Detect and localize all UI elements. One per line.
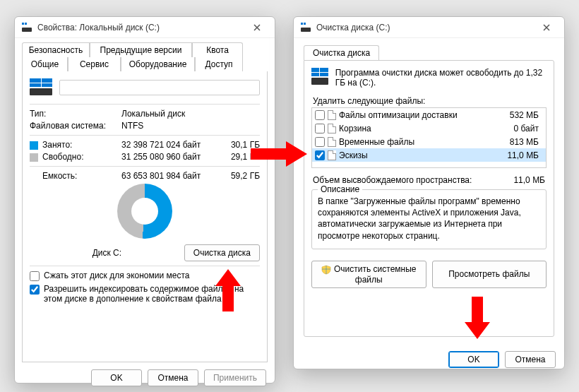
ok-button[interactable]: OK [448,351,499,368]
used-bytes: 32 398 721 024 байт [121,140,217,150]
tab-access[interactable]: Доступ [195,57,243,71]
view-files-button[interactable]: Просмотреть файлы [432,261,547,288]
file-size: 532 МБ [501,110,543,120]
delete-files-label: Удалить следующие файлы: [313,96,547,106]
fs-value: NTFS [121,121,260,131]
page-icon [328,110,336,120]
file-size: 0 байт [501,124,543,133]
tab-equipment[interactable]: Оборудование [121,57,195,71]
free-space-value: 11,0 МБ [513,175,545,185]
tab-general[interactable]: Общие [22,57,68,71]
cleanup-icon [301,23,311,32]
file-checkbox[interactable] [315,137,325,147]
file-list[interactable]: Файлы оптимизации доставки532 МБКорзина0… [311,107,547,168]
fs-label: Файловая система: [30,121,121,131]
drive-icon [22,23,32,32]
tab-quota[interactable]: Квота [192,42,243,57]
window-title: Свойства: Локальный диск (C:) [37,23,246,32]
big-drive-icon [30,78,52,97]
titlebar[interactable]: Очистка диска (C:) [294,17,564,38]
file-name: Корзина [339,124,498,133]
clean-system-files-button[interactable]: Очистить системные файлы [311,261,426,288]
type-label: Тип: [30,109,121,119]
capacity-human: 59,2 ГБ [217,171,260,181]
capacity-bytes: 63 653 801 984 байт [121,171,217,181]
properties-dialog: Свойства: Локальный диск (C:) Безопаснос… [14,16,275,384]
close-button[interactable] [246,19,268,36]
page-icon [328,124,336,133]
page-icon [328,137,336,147]
tab-prev-versions[interactable]: Предыдущие версии [90,42,192,57]
used-color-icon [30,141,38,150]
ok-button[interactable]: OK [91,369,142,386]
file-checkbox[interactable] [315,110,325,120]
tab-cleanup[interactable]: Очистка диска [304,45,379,60]
free-color-icon [30,153,38,162]
tab-service[interactable]: Сервис [68,57,121,71]
red-arrow-down [465,297,490,339]
cancel-button[interactable]: Отмена [505,351,556,368]
file-checkbox[interactable] [315,150,325,160]
cleanup-dialog: Очистка диска (C:) Очистка диска Програм… [293,16,565,369]
red-arrow-right [251,141,307,167]
file-size: 11,0 МБ [501,150,543,160]
cancel-button[interactable]: Отмена [148,369,198,386]
file-item[interactable]: Корзина0 байт [312,121,546,135]
file-size: 813 МБ [501,137,543,147]
file-checkbox[interactable] [315,124,325,133]
page-icon [328,150,336,160]
svg-marker-1 [215,269,241,311]
file-name: Эскизы [339,150,498,160]
index-checkbox[interactable] [30,285,40,295]
desc-legend: Описание [318,184,362,194]
file-item[interactable]: Временные файлы813 МБ [312,135,546,148]
window-title: Очистка диска (C:) [316,23,536,32]
close-button[interactable] [536,19,557,36]
compress-checkbox[interactable] [30,271,40,281]
disk-cleanup-button[interactable]: Очистка диска [184,244,260,261]
free-bytes: 31 255 080 960 байт [121,152,217,162]
used-label: Занято: [42,140,72,150]
capacity-label: Емкость: [30,171,121,181]
svg-marker-0 [251,141,307,167]
usage-donut-chart [117,184,172,239]
info-text: Программа очистки диска может освободить… [335,68,547,88]
free-space-label: Объем высвобождаемого пространства: [313,175,513,185]
file-name: Файлы оптимизации доставки [339,110,498,120]
info-drive-icon [311,68,328,85]
titlebar[interactable]: Свойства: Локальный диск (C:) [15,17,275,38]
compress-label[interactable]: Сжать этот диск для экономии места [44,271,189,280]
free-label: Свободно: [42,152,84,162]
tab-security[interactable]: Безопасность [22,42,90,57]
drive-name-input[interactable] [59,80,260,95]
file-item[interactable]: Эскизы11,0 МБ [312,148,546,162]
apply-button[interactable]: Применить [204,369,266,386]
red-arrow-up [215,269,241,311]
file-item[interactable]: Файлы оптимизации доставки532 МБ [312,108,546,121]
type-value: Локальный диск [121,109,260,119]
desc-text: В папке "Загруженные файлы программ" вре… [318,196,540,242]
file-name: Временные файлы [339,137,498,147]
disk-name-label: Диск C: [30,248,184,258]
shield-icon [321,265,331,275]
svg-marker-2 [465,297,490,339]
